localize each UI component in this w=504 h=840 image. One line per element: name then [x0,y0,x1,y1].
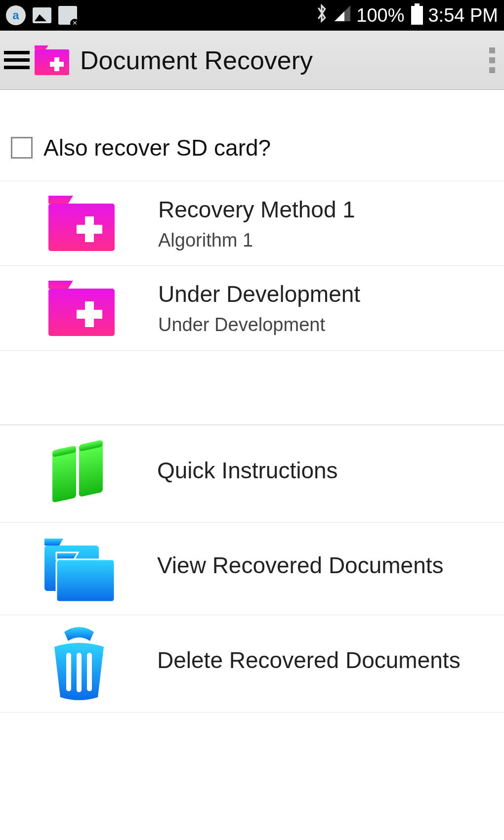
app-folder-icon [33,44,71,76]
sd-card-checkbox-row[interactable]: Also recover SD card? [0,134,504,181]
checkbox-label: Also recover SD card? [43,134,271,161]
delete-recovered-documents[interactable]: Delete Recovered Documents [0,615,504,713]
menu-button[interactable] [4,51,30,69]
main-content: Also recover SD card? Recovery Method 1 … [0,90,504,713]
recovery-method-1[interactable]: Recovery Method 1 Algorithm 1 [0,181,504,266]
list-item-title: Quick Instructions [157,457,494,484]
view-recovered-documents[interactable]: View Recovered Documents [0,523,504,615]
battery-icon [411,6,423,25]
trash-icon [40,624,119,703]
list-item-subtitle: Under Development [158,314,494,336]
notification-app-icon: a [6,5,26,25]
checkbox-icon[interactable] [11,137,33,159]
page-title: Document Recovery [80,45,313,75]
clock-text: 3:54 PM [428,5,498,26]
folders-icon [40,532,119,606]
list-item-subtitle: Algorithm 1 [158,230,494,251]
app-bar: Document Recovery [0,31,504,90]
battery-text: 100% [356,5,404,26]
section-spacer [0,351,504,425]
status-bar: a 100% 3:54 PM [0,0,504,31]
svg-rect-15 [66,653,71,691]
svg-rect-17 [87,653,92,691]
notification-doc-icon [58,6,77,25]
notification-image-icon [33,7,51,23]
svg-rect-16 [77,653,82,692]
folder-plus-icon [44,279,119,338]
books-icon [40,434,119,513]
recovery-method-2[interactable]: Under Development Under Development [0,266,504,351]
svg-rect-5 [77,225,102,234]
signal-icon [334,4,351,27]
svg-rect-14 [56,559,115,602]
list-item-title: View Recovered Documents [157,552,494,579]
overflow-menu-button[interactable] [489,47,495,73]
svg-rect-2 [50,62,64,67]
bluetooth-icon [315,3,329,28]
quick-instructions[interactable]: Quick Instructions [0,425,504,523]
list-item-title: Under Development [158,281,494,307]
svg-rect-8 [77,310,102,319]
folder-plus-icon [44,194,119,253]
list-item-title: Recovery Method 1 [158,196,494,223]
list-item-title: Delete Recovered Documents [157,647,494,673]
